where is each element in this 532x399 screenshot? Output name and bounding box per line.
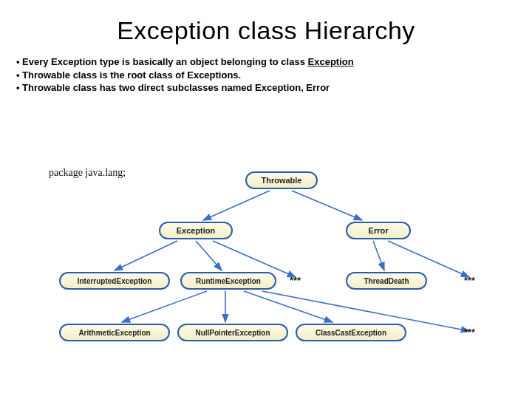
- svg-line-3: [196, 241, 222, 270]
- bullet-bold: Throwable: [22, 82, 70, 93]
- svg-line-1: [292, 191, 362, 220]
- node-exception: Exception: [159, 222, 233, 239]
- svg-line-10: [262, 291, 469, 331]
- bullet-item: • Every Exception type is basically an o…: [16, 55, 519, 69]
- node-error: Error: [346, 222, 411, 239]
- ellipsis: ***: [290, 275, 301, 286]
- bullet-dot: •: [16, 55, 22, 69]
- node-throwable: Throwable: [245, 171, 318, 189]
- slide-title: Exception class Hierarchy: [0, 16, 532, 45]
- bullet-bold: Throwable: [22, 69, 70, 81]
- bullet-dot: •: [16, 69, 22, 82]
- bullet-item: • Throwable class is the root class of E…: [16, 69, 519, 82]
- svg-line-5: [373, 241, 384, 270]
- bullet-list: • Every Exception type is basically an o…: [0, 55, 532, 95]
- svg-line-6: [388, 241, 469, 277]
- node-runtime-exception: RuntimeException: [180, 272, 276, 290]
- node-nullpointer-exception: NullPointerException: [177, 324, 288, 341]
- svg-line-2: [115, 241, 177, 270]
- node-interrupted-exception: InterruptedException: [59, 272, 170, 290]
- svg-line-4: [213, 241, 296, 277]
- bullet-underline: Exception: [308, 56, 354, 67]
- ellipsis: ***: [464, 275, 475, 286]
- package-label: package java.lang;: [49, 167, 126, 179]
- svg-line-0: [203, 191, 270, 220]
- bullet-text: class is the root class of Exceptions.: [70, 69, 241, 81]
- bullet-dot: •: [16, 81, 22, 95]
- bullet-text: Every Exception type is basically an obj…: [22, 56, 308, 67]
- node-thread-death: ThreadDeath: [346, 272, 427, 290]
- node-classcast-exception: ClassCastException: [296, 324, 406, 341]
- node-arithmetic-exception: ArithmeticException: [59, 324, 170, 341]
- svg-line-7: [122, 291, 207, 322]
- ellipsis: ***: [464, 327, 475, 338]
- bullet-item: • Throwable class has two direct subclas…: [16, 81, 519, 95]
- svg-line-9: [244, 291, 332, 322]
- bullet-text: class has two direct subclasses named Ex…: [70, 82, 330, 93]
